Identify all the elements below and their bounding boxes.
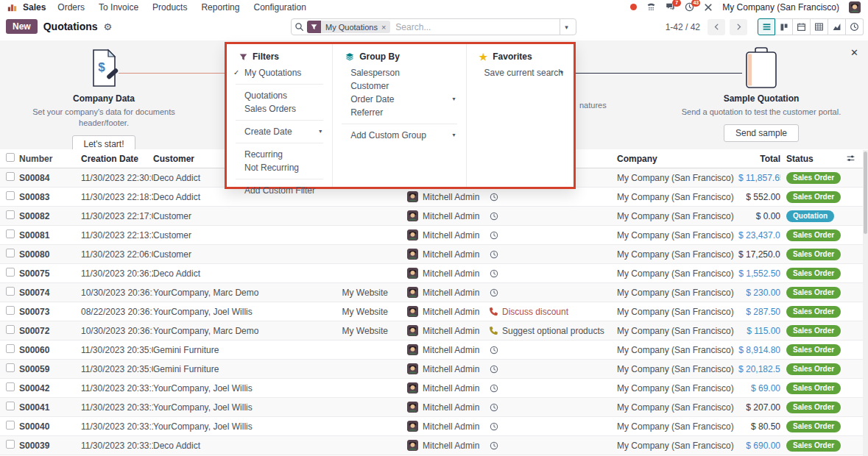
pivot-view-button[interactable] <box>811 18 828 35</box>
facet-remove-icon[interactable]: × <box>381 23 386 32</box>
row-activity[interactable] <box>485 403 615 412</box>
header-creation-date[interactable]: Creation Date <box>81 154 153 164</box>
row-activity[interactable] <box>485 231 615 240</box>
row-activity[interactable] <box>485 250 615 259</box>
filter-menu-item[interactable]: ✓▾Quotations <box>227 89 332 102</box>
table-row[interactable]: S00080 11/30/2023 22:06:06 Customer Mitc… <box>0 245 863 264</box>
row-checkbox[interactable] <box>6 210 15 219</box>
menu-item[interactable]: Products <box>152 2 187 13</box>
control-panel: New Quotations ⚙ My Quotations × Search.… <box>0 14 868 40</box>
row-checkbox[interactable] <box>6 363 15 372</box>
menu-item[interactable]: To Invoice <box>99 2 138 13</box>
group-by-menu-item[interactable]: ✓▾Customer <box>333 79 465 93</box>
row-checkbox[interactable] <box>6 172 15 181</box>
filter-menu-item[interactable]: ✓▾My Quotations <box>227 66 332 79</box>
row-activity[interactable] <box>485 212 615 221</box>
select-all-checkbox[interactable] <box>6 153 15 162</box>
new-button[interactable]: New <box>6 19 38 34</box>
table-row[interactable]: S00075 11/30/2023 20:36:24 Deco Addict M… <box>0 264 863 283</box>
messages-icon[interactable]: 7 <box>666 2 675 12</box>
pager-previous-button[interactable] <box>708 19 725 35</box>
row-website: My Website <box>327 307 389 317</box>
row-checkbox[interactable] <box>6 421 15 430</box>
row-checkbox[interactable] <box>6 440 15 449</box>
header-total[interactable]: Total <box>738 154 780 164</box>
briefcase-icon <box>665 45 858 89</box>
row-activity[interactable] <box>485 346 615 355</box>
row-activity[interactable] <box>485 193 615 202</box>
table-row[interactable]: S00060 11/30/2023 20:35:06 Gemini Furnit… <box>0 341 863 360</box>
group-by-menu-item[interactable]: ✓▾Order Date <box>333 93 465 106</box>
row-checkbox[interactable] <box>6 382 15 391</box>
company-switcher[interactable]: My Company (San Francisco) <box>722 2 839 13</box>
row-checkbox[interactable] <box>6 268 15 277</box>
menu-item[interactable]: Orders <box>57 2 85 13</box>
menu-item[interactable]: Configuration <box>253 2 306 13</box>
app-name[interactable]: Sales <box>23 2 46 13</box>
close-banner-icon[interactable]: ✕ <box>850 48 858 57</box>
menu-item[interactable]: Reporting <box>201 2 239 13</box>
table-row[interactable]: S00083 11/30/2023 22:18:38 Deco Addict M… <box>0 188 863 207</box>
row-checkbox[interactable] <box>6 325 15 334</box>
search-dropdown-toggle[interactable]: ▾ <box>560 19 573 35</box>
activity-view-button[interactable] <box>846 18 864 35</box>
tools-icon[interactable] <box>704 3 713 12</box>
row-activity[interactable]: Discuss discount <box>485 307 615 317</box>
row-checkbox[interactable] <box>6 249 15 257</box>
group-by-menu-item[interactable]: ✓▾Add Custom Group <box>333 129 465 142</box>
table-row[interactable]: S00059 11/30/2023 20:35:06 Gemini Furnit… <box>0 360 863 379</box>
kanban-view-button[interactable] <box>775 18 793 35</box>
send-sample-button[interactable]: Send sample <box>724 124 799 142</box>
search-bar[interactable]: My Quotations × Search... ▾ <box>291 18 576 35</box>
row-checkbox[interactable] <box>6 191 15 200</box>
recording-indicator-icon <box>630 4 637 10</box>
table-row[interactable]: S00040 11/30/2023 20:33:17 YourCompany, … <box>0 417 863 436</box>
activities-icon[interactable]: 43 <box>685 2 694 12</box>
pager-next-button[interactable] <box>730 19 747 35</box>
optional-columns-icon[interactable] <box>846 154 855 163</box>
table-row[interactable]: S00073 08/22/2023 20:36:18 YourCompany, … <box>0 302 863 321</box>
voip-phone-icon[interactable] <box>646 2 656 12</box>
user-avatar[interactable] <box>849 1 861 13</box>
row-checkbox[interactable] <box>6 287 15 296</box>
row-checkbox[interactable] <box>6 306 15 315</box>
table-row[interactable]: S00082 11/30/2023 22:17:06 Customer Mitc… <box>0 207 863 226</box>
table-row[interactable]: S00074 10/30/2023 20:36:18 YourCompany, … <box>0 283 863 302</box>
row-activity[interactable] <box>485 422 615 431</box>
row-activity[interactable]: Suggest optional products <box>485 326 615 336</box>
salesperson-name: Mitchell Admin <box>423 192 479 202</box>
clock-icon <box>490 441 498 450</box>
filter-menu-item[interactable]: ✓▾Add Custom Filter <box>227 184 332 197</box>
table-row[interactable]: S00041 11/30/2023 20:33:17 YourCompany, … <box>0 398 863 417</box>
row-checkbox[interactable] <box>6 402 15 410</box>
table-row[interactable]: S00039 11/30/2023 20:33:15 Deco Addict M… <box>0 436 863 455</box>
row-checkbox[interactable] <box>6 229 15 238</box>
filter-menu-item[interactable]: ✓▾Not Recurring <box>227 161 332 174</box>
group-by-menu-item[interactable]: ✓▾Salesperson <box>333 66 465 79</box>
gear-icon[interactable]: ⚙ <box>104 22 113 32</box>
row-checkbox[interactable] <box>6 344 15 353</box>
search-facet[interactable]: My Quotations × <box>307 21 390 33</box>
row-activity[interactable] <box>485 288 615 297</box>
vertical-scrollbar[interactable] <box>863 150 868 456</box>
row-activity[interactable] <box>485 384 615 393</box>
header-company[interactable]: Company <box>615 154 738 164</box>
list-view-button[interactable] <box>758 18 775 35</box>
row-activity[interactable] <box>485 365 615 374</box>
row-activity[interactable] <box>485 269 615 278</box>
table-row[interactable]: S00081 11/30/2023 22:13:36 Customer Mitc… <box>0 226 863 245</box>
graph-view-button[interactable] <box>828 18 846 35</box>
scrollbar-thumb[interactable] <box>864 152 867 234</box>
filter-menu-item[interactable]: ✓▾Recurring <box>227 148 332 161</box>
table-row[interactable]: S00042 11/30/2023 20:33:17 YourCompany, … <box>0 379 863 398</box>
calendar-view-button[interactable] <box>793 18 811 35</box>
sales-app-icon[interactable] <box>7 2 17 12</box>
filter-menu-item[interactable]: ✓▾Sales Orders <box>227 102 332 115</box>
filter-menu-item[interactable]: ✓▾Create Date <box>227 125 332 138</box>
group-by-menu-item[interactable]: ✓▾Referrer <box>333 106 465 119</box>
row-activity[interactable] <box>485 441 615 450</box>
header-number[interactable]: Number <box>19 154 81 164</box>
row-total: $ 17,250.00 <box>738 249 780 260</box>
table-row[interactable]: S00072 10/30/2023 20:36:17 YourCompany, … <box>0 321 863 341</box>
favorite-menu-item[interactable]: ✓▾Save current search <box>467 66 574 79</box>
